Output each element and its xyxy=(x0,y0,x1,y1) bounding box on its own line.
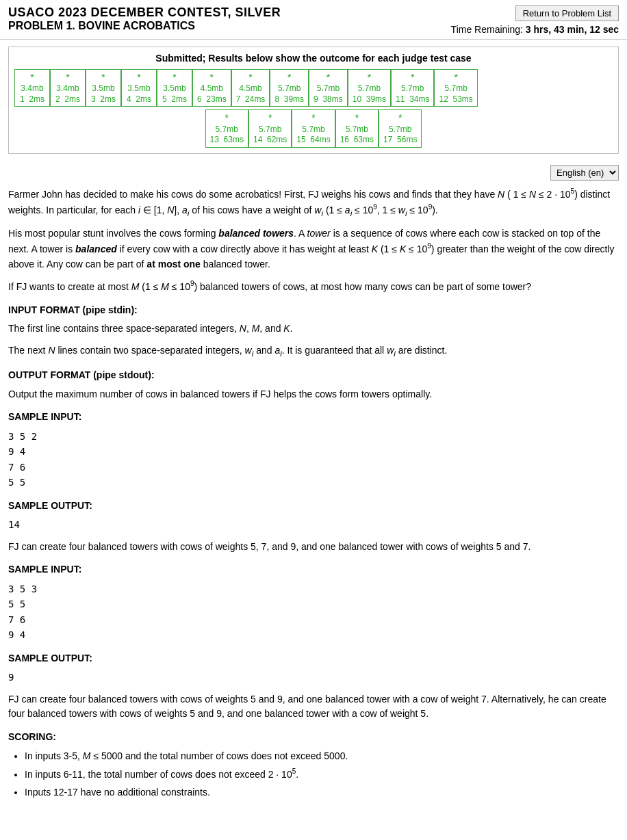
results-title: Submitted; Results below show the outcom… xyxy=(14,53,613,64)
tc-size: 5.7mb xyxy=(253,124,287,135)
language-select[interactable]: English (en) xyxy=(550,165,619,181)
test-case: *5.7mb11 34ms xyxy=(391,69,434,107)
sample-input2-heading: SAMPLE INPUT: xyxy=(8,562,619,577)
header-right: Return to Problem List Time Remaining: 3… xyxy=(451,5,619,35)
tc-size: 3.4mb xyxy=(19,83,45,94)
tc-size: 3.5mb xyxy=(126,83,152,94)
stunt-paragraph: His most popular stunt involves the cows… xyxy=(8,226,619,272)
test-case: *4.5mb7 24ms xyxy=(231,69,270,107)
question-paragraph: If FJ wants to create at most M (1 ≤ M ≤… xyxy=(8,278,619,294)
tc-num-time: 6 23ms xyxy=(197,94,227,105)
test-case: *5.7mb12 53ms xyxy=(434,69,477,107)
test-case: *3.4mb1 2ms xyxy=(14,69,50,107)
test-case: *5.7mb14 62ms xyxy=(248,109,292,147)
tc-size: 5.7mb xyxy=(353,83,386,94)
test-cases-row1: *3.4mb1 2ms*3.4mb2 2ms*3.5mb3 2ms*3.5mb4… xyxy=(14,69,613,107)
tc-num-time: 2 2ms xyxy=(55,94,81,105)
star-icon: * xyxy=(314,71,343,83)
star-icon: * xyxy=(55,71,81,83)
tc-num-time: 11 34ms xyxy=(396,94,429,105)
tc-size: 5.7mb xyxy=(340,124,374,135)
tc-size: 5.7mb xyxy=(383,124,417,135)
star-icon: * xyxy=(296,111,330,124)
star-icon: * xyxy=(274,71,304,83)
scoring-item-3: Inputs 12-17 have no additional constrai… xyxy=(25,785,619,800)
tc-size: 5.7mb xyxy=(296,124,330,135)
time-value: 3 hrs, 43 min, 12 sec xyxy=(526,24,619,35)
input-line2: The next N lines contain two space-separ… xyxy=(8,343,619,360)
sample-output1: 14 xyxy=(8,517,619,532)
tc-num-time: 3 2ms xyxy=(90,94,116,105)
test-case: *5.7mb9 38ms xyxy=(309,69,348,107)
tc-size: 4.5mb xyxy=(236,83,266,94)
star-icon: * xyxy=(253,111,287,124)
star-icon: * xyxy=(236,71,266,83)
star-icon: * xyxy=(396,71,429,83)
test-case: *5.7mb17 56ms xyxy=(379,109,422,147)
tc-size: 5.7mb xyxy=(396,83,429,94)
tc-num-time: 8 39ms xyxy=(274,94,304,105)
test-case: *5.7mb13 63ms xyxy=(205,109,248,147)
tc-size: 3.5mb xyxy=(162,83,188,94)
tc-size: 3.4mb xyxy=(55,83,81,94)
test-case: *3.5mb3 2ms xyxy=(86,69,121,107)
tc-num-time: 15 64ms xyxy=(296,135,330,146)
sample-output2-heading: SAMPLE OUTPUT: xyxy=(8,651,619,666)
star-icon: * xyxy=(162,71,188,83)
page-header: USACO 2023 December Contest, Silver Prob… xyxy=(0,0,627,40)
test-case: *3.5mb5 2ms xyxy=(157,69,192,107)
intro-paragraph: Farmer John has decided to make his cows… xyxy=(8,186,619,220)
scoring-item-1: In inputs 3-5, M ≤ 5000 and the total nu… xyxy=(25,749,619,764)
tc-num-time: 17 56ms xyxy=(383,135,417,146)
tc-num-time: 5 2ms xyxy=(162,94,188,105)
sample-input2: 3 5 3 5 5 7 6 9 4 xyxy=(8,581,619,643)
tc-size: 5.7mb xyxy=(439,83,472,94)
star-icon: * xyxy=(340,111,374,124)
star-icon: * xyxy=(126,71,152,83)
sample-output1-heading: SAMPLE OUTPUT: xyxy=(8,499,619,514)
tc-size: 5.7mb xyxy=(274,83,304,94)
tc-num-time: 13 63ms xyxy=(210,135,244,146)
sample-output2-explain: FJ can create four balanced towers with … xyxy=(8,692,619,722)
tc-num-time: 12 53ms xyxy=(439,94,472,105)
test-case: *4.5mb6 23ms xyxy=(192,69,231,107)
problem-title: USACO 2023 December Contest, Silver Prob… xyxy=(8,5,281,32)
tc-size: 5.7mb xyxy=(314,83,343,94)
scoring-list: In inputs 3-5, M ≤ 5000 and the total nu… xyxy=(25,749,619,800)
tc-num-time: 10 39ms xyxy=(353,94,386,105)
scoring-item-2: In inputs 6-11, the total number of cows… xyxy=(25,766,619,782)
test-cases-row2: *5.7mb13 63ms*5.7mb14 62ms*5.7mb15 64ms*… xyxy=(14,109,613,147)
test-case: *5.7mb10 39ms xyxy=(348,69,391,107)
tc-num-time: 1 2ms xyxy=(19,94,45,105)
tc-size: 5.7mb xyxy=(210,124,244,135)
output-desc: Output the maximum number of cows in bal… xyxy=(8,387,619,402)
sample-output2: 9 xyxy=(8,670,619,685)
star-icon: * xyxy=(439,71,472,83)
tc-num-time: 9 38ms xyxy=(314,94,343,105)
scoring-heading: SCORING: xyxy=(8,730,619,745)
results-box: Submitted; Results below show the outcom… xyxy=(8,47,619,154)
star-icon: * xyxy=(197,71,227,83)
test-case: *5.7mb15 64ms xyxy=(292,109,335,147)
output-heading: OUTPUT FORMAT (pipe stdout): xyxy=(8,368,619,383)
sample-input1: 3 5 2 9 4 7 6 5 5 xyxy=(8,429,619,490)
test-case: *5.7mb8 39ms xyxy=(270,69,309,107)
contest-title: USACO 2023 December Contest, Silver xyxy=(8,5,281,20)
star-icon: * xyxy=(383,111,417,124)
tc-num-time: 16 63ms xyxy=(340,135,374,146)
time-remaining: Time Remaining: 3 hrs, 43 min, 12 sec xyxy=(451,24,619,35)
tc-size: 3.5mb xyxy=(90,83,116,94)
star-icon: * xyxy=(353,71,386,83)
test-case: *3.5mb4 2ms xyxy=(121,69,157,107)
test-case: *3.4mb2 2ms xyxy=(50,69,86,107)
star-icon: * xyxy=(90,71,116,83)
tc-num-time: 4 2ms xyxy=(126,94,152,105)
tc-size: 4.5mb xyxy=(197,83,227,94)
problem-title-text: Problem 1. Bovine Acrobatics xyxy=(8,20,281,32)
time-label: Time Remaining: xyxy=(451,24,523,35)
problem-content: Farmer John has decided to make his cows… xyxy=(0,182,627,814)
return-button[interactable]: Return to Problem List xyxy=(515,5,619,21)
sample-output1-explain: FJ can create four balanced towers with … xyxy=(8,540,619,555)
test-case: *5.7mb16 63ms xyxy=(335,109,379,147)
tc-num-time: 14 62ms xyxy=(253,135,287,146)
